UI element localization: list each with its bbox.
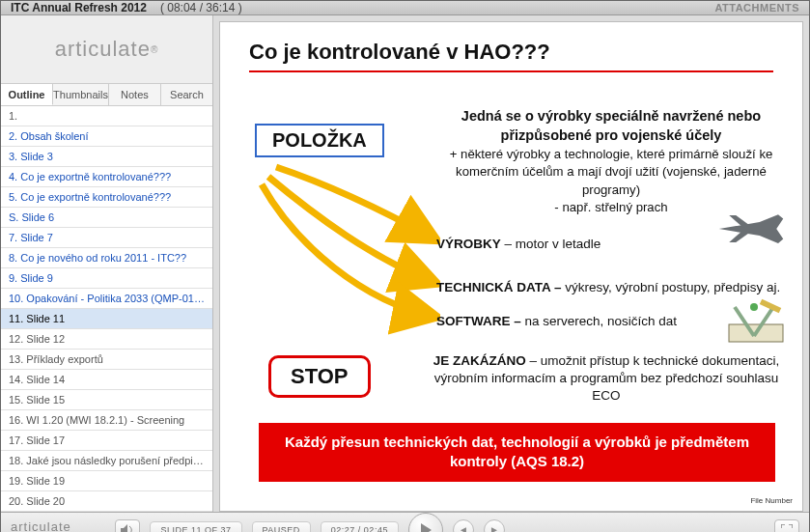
slide-subhead: Jedná se o výrobky speciálně navržené ne… [442,107,780,145]
svg-marker-7 [421,523,432,533]
stop-box: STOP [268,355,371,398]
outline-row-15[interactable]: 15. Slide 15 [1,390,212,410]
playback-status: PAUSED [252,521,311,533]
fullscreen-button[interactable] [774,519,799,533]
slide-position: SLIDE 11 OF 37 [150,521,241,533]
outline-row-12[interactable]: 12. Slide 12 [1,329,212,350]
outline-row-6[interactable]: S. Slide 6 [1,208,212,228]
sidebar-tabs: Outline Thumbnails Notes Search [1,83,212,106]
cat-vyrobky: VÝROBKY – motor v letadle [436,237,601,251]
cat-software: SOFTWARE – na serverech, nosičích dat [436,314,677,328]
slide-subline: + některé výrobky a technologie, které p… [442,146,780,217]
outline-list[interactable]: 1.2. Obsah školení3. Slide 34. Co je exp… [1,106,212,512]
outline-row-3[interactable]: 3. Slide 3 [1,147,212,167]
play-icon [420,523,432,533]
outline-row-9[interactable]: 9. Slide 9 [1,268,212,289]
outline-row-8[interactable]: 8. Co je nového od roku 2011 - ITC?? [1,248,212,268]
speaker-icon [121,524,134,533]
outline-row-17[interactable]: 17. Slide 17 [1,431,212,451]
attachments-button[interactable]: ATTACHMENTS [714,2,799,14]
volume-button[interactable] [115,519,140,533]
file-number-label: File Number [750,496,793,505]
fullscreen-icon [781,524,793,533]
curved-arrows [247,157,440,360]
outline-row-1[interactable]: 1. [1,106,212,126]
brand-logo: articulate® [1,15,212,83]
outline-row-13[interactable]: 13. Příklady exportů [1,350,212,370]
outline-row-7[interactable]: 7. Slide 7 [1,228,212,248]
presentation-title: ITC Annual Refresh 2012 [11,1,147,14]
polozka-box: POLOŽKA [255,124,384,157]
tab-thumbnails[interactable]: Thumbnails [53,84,109,105]
tab-search[interactable]: Search [161,84,212,105]
outline-row-11[interactable]: 11. Slide 11 [1,309,212,329]
footer-logo: articulate POWERED PRESENTATION [11,520,105,532]
outline-row-19[interactable]: 19. Slide 19 [1,471,212,491]
cat-technicka-data: TECHNICKÁ DATA – výkresy, výrobní postup… [436,280,780,294]
outline-row-14[interactable]: 14. Slide 14 [1,370,212,390]
slide-canvas: Co je kontrolované v HAO??? POLOŽKA Jedn… [219,21,803,512]
fighter-jet-icon [717,210,785,247]
prev-button[interactable]: ◄ [453,519,474,533]
outline-row-16[interactable]: 16. WI 1.20 (MWI 18.2.1) - Screening [1,410,212,431]
stage: Co je kontrolované v HAO??? POLOŽKA Jedn… [213,15,809,512]
player-window: ITC Annual Refresh 2012 ( 08:04 / 36:14 … [0,0,810,532]
sidebar: articulate® Outline Thumbnails Notes Sea… [1,15,213,512]
svg-point-5 [750,303,758,311]
next-button[interactable]: ► [484,519,505,533]
global-time: ( 08:04 / 36:14 ) [160,1,242,14]
outline-row-20[interactable]: 20. Slide 20 [1,491,212,512]
play-button[interactable] [408,513,443,533]
svg-marker-0 [719,214,784,243]
slide-time: 02:27 / 02:45 [321,521,399,533]
header-bar: ITC Annual Refresh 2012 ( 08:04 / 36:14 … [1,1,809,15]
slide-title: Co je kontrolované v HAO??? [249,40,773,65]
drafting-tools-icon [727,297,785,344]
outline-row-2[interactable]: 2. Obsah školení [1,126,212,147]
outline-row-4[interactable]: 4. Co je exportně kontrolované??? [1,167,212,187]
tab-outline[interactable]: Outline [1,84,53,105]
zakaz-text: JE ZAKÁZÁNO – umožnit přístup k technick… [433,352,780,406]
outline-row-10[interactable]: 10. Opakování - Politika 2033 (QMP-01-2) [1,289,212,309]
svg-marker-6 [121,524,127,533]
outline-row-5[interactable]: 5. Co je exportně kontrolované??? [1,187,212,208]
outline-row-18[interactable]: 18. Jaké jsou následky porušení předpisů… [1,451,212,471]
title-rule [249,70,773,72]
main-body: articulate® Outline Thumbnails Notes Sea… [1,15,809,512]
control-bar: articulate POWERED PRESENTATION SLIDE 11… [1,512,809,532]
tab-notes[interactable]: Notes [109,84,161,105]
red-banner: Každý přesun technických dat, technologi… [259,423,775,482]
